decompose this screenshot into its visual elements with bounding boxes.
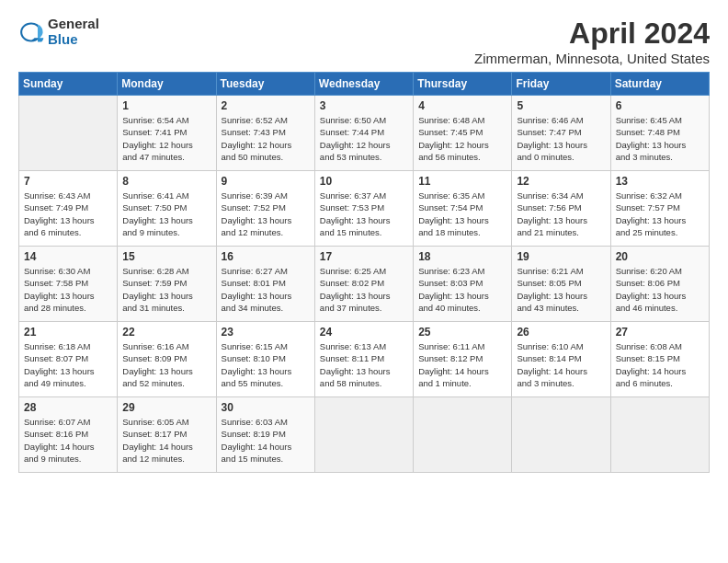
day-number: 5 <box>517 99 605 112</box>
header: General Blue April 2024 Zimmerman, Minne… <box>18 17 710 66</box>
day-number: 24 <box>320 326 408 339</box>
calendar-cell: 13Sunrise: 6:32 AMSunset: 7:57 PMDayligh… <box>610 171 709 247</box>
logo: General Blue <box>18 17 99 47</box>
day-number: 20 <box>616 250 704 263</box>
col-thursday: Thursday <box>414 73 512 96</box>
day-info: Sunrise: 6:03 AMSunset: 8:19 PMDaylight:… <box>222 416 310 465</box>
calendar-cell: 9Sunrise: 6:39 AMSunset: 7:52 PMDaylight… <box>216 171 314 247</box>
col-monday: Monday <box>118 73 216 96</box>
calendar-week-1: 1Sunrise: 6:54 AMSunset: 7:41 PMDaylight… <box>19 96 710 171</box>
day-info: Sunrise: 6:54 AMSunset: 7:41 PMDaylight:… <box>122 114 210 163</box>
day-info: Sunrise: 6:32 AMSunset: 7:57 PMDaylight:… <box>616 190 704 238</box>
calendar-table: Sunday Monday Tuesday Wednesday Thursday… <box>18 72 710 473</box>
day-info: Sunrise: 6:10 AMSunset: 8:14 PMDaylight:… <box>517 340 605 389</box>
day-number: 12 <box>517 175 605 188</box>
calendar-cell: 22Sunrise: 6:16 AMSunset: 8:09 PMDayligh… <box>118 322 216 397</box>
calendar-cell: 8Sunrise: 6:41 AMSunset: 7:50 PMDaylight… <box>118 171 216 247</box>
day-info: Sunrise: 6:18 AMSunset: 8:07 PMDaylight:… <box>24 340 112 389</box>
day-number: 15 <box>122 250 210 263</box>
logo-blue-label: Blue <box>48 32 99 48</box>
day-info: Sunrise: 6:21 AMSunset: 8:05 PMDaylight:… <box>517 265 605 314</box>
day-info: Sunrise: 6:41 AMSunset: 7:50 PMDaylight:… <box>122 190 210 238</box>
col-sunday: Sunday <box>19 73 118 96</box>
calendar-cell: 19Sunrise: 6:21 AMSunset: 8:05 PMDayligh… <box>512 247 610 322</box>
day-number: 1 <box>122 99 210 112</box>
logo-icon <box>18 19 44 45</box>
day-number: 13 <box>616 175 704 188</box>
main-title: April 2024 <box>474 17 710 51</box>
day-number: 16 <box>222 250 310 263</box>
day-info: Sunrise: 6:48 AMSunset: 7:45 PMDaylight:… <box>418 114 506 163</box>
day-info: Sunrise: 6:07 AMSunset: 8:16 PMDaylight:… <box>24 416 112 465</box>
calendar-cell: 16Sunrise: 6:27 AMSunset: 8:01 PMDayligh… <box>216 247 314 322</box>
day-info: Sunrise: 6:46 AMSunset: 7:47 PMDaylight:… <box>517 114 605 163</box>
calendar-cell: 24Sunrise: 6:13 AMSunset: 8:11 PMDayligh… <box>314 322 413 397</box>
calendar-cell <box>512 397 610 473</box>
page: General Blue April 2024 Zimmerman, Minne… <box>0 0 728 563</box>
calendar-week-4: 21Sunrise: 6:18 AMSunset: 8:07 PMDayligh… <box>19 322 710 397</box>
calendar-cell: 17Sunrise: 6:25 AMSunset: 8:02 PMDayligh… <box>314 247 413 322</box>
calendar-cell: 4Sunrise: 6:48 AMSunset: 7:45 PMDaylight… <box>414 96 512 171</box>
day-info: Sunrise: 6:23 AMSunset: 8:03 PMDaylight:… <box>418 265 506 314</box>
calendar-cell: 5Sunrise: 6:46 AMSunset: 7:47 PMDaylight… <box>512 96 610 171</box>
day-number: 18 <box>418 250 506 263</box>
day-info: Sunrise: 6:28 AMSunset: 7:59 PMDaylight:… <box>122 265 210 314</box>
calendar-cell: 10Sunrise: 6:37 AMSunset: 7:53 PMDayligh… <box>314 171 413 247</box>
subtitle: Zimmerman, Minnesota, United States <box>474 51 710 66</box>
day-number: 26 <box>517 326 605 339</box>
day-number: 8 <box>122 175 210 188</box>
day-info: Sunrise: 6:15 AMSunset: 8:10 PMDaylight:… <box>222 340 310 389</box>
calendar-cell: 7Sunrise: 6:43 AMSunset: 7:49 PMDaylight… <box>19 171 118 247</box>
day-info: Sunrise: 6:50 AMSunset: 7:44 PMDaylight:… <box>320 114 408 163</box>
day-number: 25 <box>418 326 506 339</box>
calendar-week-3: 14Sunrise: 6:30 AMSunset: 7:58 PMDayligh… <box>19 247 710 322</box>
day-number: 9 <box>222 175 310 188</box>
calendar-cell <box>414 397 512 473</box>
calendar-cell: 12Sunrise: 6:34 AMSunset: 7:56 PMDayligh… <box>512 171 610 247</box>
day-info: Sunrise: 6:13 AMSunset: 8:11 PMDaylight:… <box>320 340 408 389</box>
col-saturday: Saturday <box>610 73 709 96</box>
calendar-cell <box>19 96 118 171</box>
day-number: 27 <box>616 326 704 339</box>
col-wednesday: Wednesday <box>314 73 413 96</box>
calendar-week-2: 7Sunrise: 6:43 AMSunset: 7:49 PMDaylight… <box>19 171 710 247</box>
day-info: Sunrise: 6:25 AMSunset: 8:02 PMDaylight:… <box>320 265 408 314</box>
day-info: Sunrise: 6:30 AMSunset: 7:58 PMDaylight:… <box>24 265 112 314</box>
calendar-cell: 1Sunrise: 6:54 AMSunset: 7:41 PMDaylight… <box>118 96 216 171</box>
calendar-cell: 23Sunrise: 6:15 AMSunset: 8:10 PMDayligh… <box>216 322 314 397</box>
calendar-cell: 2Sunrise: 6:52 AMSunset: 7:43 PMDaylight… <box>216 96 314 171</box>
day-info: Sunrise: 6:20 AMSunset: 8:06 PMDaylight:… <box>616 265 704 314</box>
calendar-cell: 20Sunrise: 6:20 AMSunset: 8:06 PMDayligh… <box>610 247 709 322</box>
day-info: Sunrise: 6:34 AMSunset: 7:56 PMDaylight:… <box>517 190 605 238</box>
day-number: 30 <box>222 401 310 414</box>
day-number: 19 <box>517 250 605 263</box>
day-info: Sunrise: 6:45 AMSunset: 7:48 PMDaylight:… <box>616 114 704 163</box>
calendar-cell <box>314 397 413 473</box>
calendar-cell: 21Sunrise: 6:18 AMSunset: 8:07 PMDayligh… <box>19 322 118 397</box>
day-info: Sunrise: 6:27 AMSunset: 8:01 PMDaylight:… <box>222 265 310 314</box>
col-friday: Friday <box>512 73 610 96</box>
day-info: Sunrise: 6:16 AMSunset: 8:09 PMDaylight:… <box>122 340 210 389</box>
day-info: Sunrise: 6:35 AMSunset: 7:54 PMDaylight:… <box>418 190 506 238</box>
logo-text: General Blue <box>48 17 99 47</box>
day-number: 14 <box>24 250 112 263</box>
calendar-cell: 29Sunrise: 6:05 AMSunset: 8:17 PMDayligh… <box>118 397 216 473</box>
day-number: 23 <box>222 326 310 339</box>
calendar-cell: 30Sunrise: 6:03 AMSunset: 8:19 PMDayligh… <box>216 397 314 473</box>
calendar-cell <box>610 397 709 473</box>
day-number: 6 <box>616 99 704 112</box>
title-area: April 2024 Zimmerman, Minnesota, United … <box>474 17 710 66</box>
header-row: Sunday Monday Tuesday Wednesday Thursday… <box>19 73 710 96</box>
day-number: 7 <box>24 175 112 188</box>
calendar-cell: 11Sunrise: 6:35 AMSunset: 7:54 PMDayligh… <box>414 171 512 247</box>
day-info: Sunrise: 6:39 AMSunset: 7:52 PMDaylight:… <box>222 190 310 238</box>
calendar-week-5: 28Sunrise: 6:07 AMSunset: 8:16 PMDayligh… <box>19 397 710 473</box>
day-number: 22 <box>122 326 210 339</box>
day-number: 10 <box>320 175 408 188</box>
day-number: 3 <box>320 99 408 112</box>
day-number: 21 <box>24 326 112 339</box>
calendar-cell: 14Sunrise: 6:30 AMSunset: 7:58 PMDayligh… <box>19 247 118 322</box>
calendar-cell: 6Sunrise: 6:45 AMSunset: 7:48 PMDaylight… <box>610 96 709 171</box>
calendar-cell: 28Sunrise: 6:07 AMSunset: 8:16 PMDayligh… <box>19 397 118 473</box>
day-info: Sunrise: 6:37 AMSunset: 7:53 PMDaylight:… <box>320 190 408 238</box>
